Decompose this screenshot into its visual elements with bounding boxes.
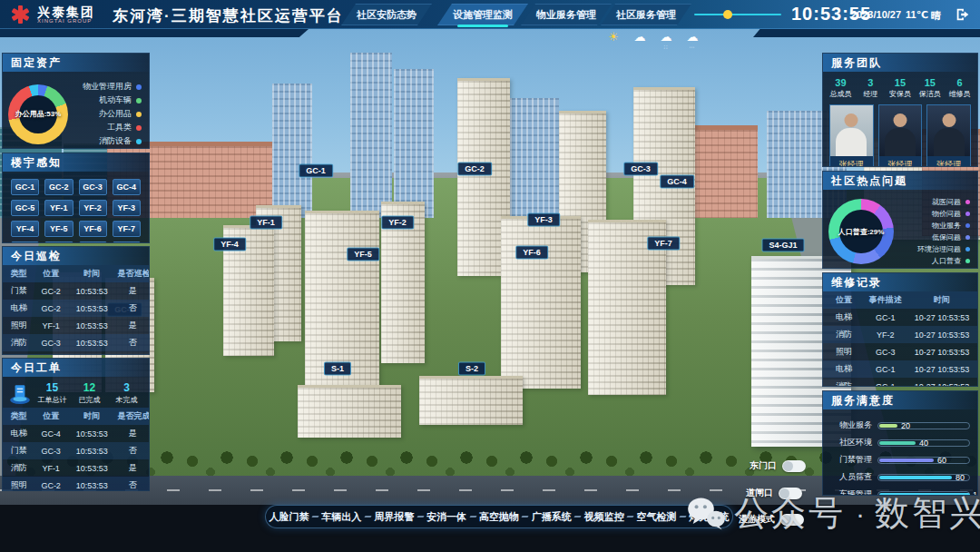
satisfaction-bar: 社区环境 40 <box>830 434 970 451</box>
panel-title: 今日工单 <box>3 359 149 377</box>
building-label[interactable]: GC-1 <box>299 164 333 178</box>
building-button[interactable]: YF-3 <box>113 200 141 216</box>
cell: 消防 <box>823 326 865 343</box>
building-button[interactable]: S-2 <box>44 242 73 243</box>
stat-value: 39 <box>826 77 856 88</box>
building-label[interactable]: GC-3 <box>623 163 658 176</box>
cell: 照明 <box>3 317 34 334</box>
nav-fire-safety[interactable]: 安消一体 <box>426 510 466 524</box>
building-button[interactable]: YF-5 <box>44 221 73 237</box>
building-button[interactable]: GC-2 <box>44 179 73 195</box>
legend-label: 办公用品 <box>99 108 132 120</box>
legend-dot <box>136 139 142 144</box>
stat-value: 6 <box>945 77 975 88</box>
building-label[interactable]: YF-3 <box>527 213 560 227</box>
cell: 电梯 <box>3 351 34 355</box>
team-stats: 39总成员 3经理 15安保员 15保洁员 6维修员 <box>823 72 977 103</box>
building-label[interactable]: GC-4 <box>660 175 694 189</box>
company-logo: 兴泰集团 XINGTAI GROUP <box>9 3 95 26</box>
nav-separator <box>469 516 476 518</box>
nav-face-access[interactable]: 人脸门禁 <box>269 510 309 524</box>
cell: 10:53:53 <box>67 317 117 334</box>
tab-community-service[interactable]: 社区服务管理 <box>601 4 691 25</box>
building-button[interactable]: S-1 <box>11 242 39 243</box>
bar-value: 40 <box>919 439 928 448</box>
member-card[interactable]: 张经理 经理 <box>926 104 971 167</box>
table-header-row: 位置 事件描述 时间 <box>823 291 977 309</box>
member-card[interactable]: 张经理 经理 <box>829 104 874 167</box>
cell: GC-3 <box>34 334 66 351</box>
nav-vehicle-access[interactable]: 车辆出入 <box>321 510 361 524</box>
time-slider[interactable] <box>694 14 781 15</box>
building-button[interactable]: S-3 <box>79 242 107 243</box>
legend-label: 物业管理用房 <box>83 81 132 93</box>
building-button[interactable]: YF-7 <box>113 221 141 237</box>
legend-item: 低保问题 <box>899 232 970 243</box>
panel-title: 固定资产 <box>3 54 149 72</box>
building-button[interactable]: YF-1 <box>44 200 73 216</box>
building-label[interactable]: YF-7 <box>647 237 680 251</box>
building-button[interactable]: YF-6 <box>79 221 107 237</box>
tab-label: 设施管理监测 <box>437 4 528 25</box>
cell: GC-1 <box>865 360 906 378</box>
table-row: 电梯GC-110-27 10:53:53 <box>823 360 977 378</box>
building-label[interactable]: YF-4 <box>213 238 246 251</box>
building-label[interactable]: YF-5 <box>347 248 379 261</box>
nav-separator <box>627 516 634 518</box>
building-button[interactable]: GC-1 <box>11 179 39 195</box>
col-header: 时间 <box>67 408 117 425</box>
exit-icon[interactable] <box>955 6 971 23</box>
toggle-switch[interactable] <box>782 460 806 472</box>
stat-label: 已完成 <box>73 395 106 405</box>
cell: 是 <box>117 351 149 355</box>
building-button[interactable]: GC-3 <box>79 179 107 195</box>
gate-toggle-east[interactable]: 东门口 <box>750 459 806 472</box>
building-button[interactable]: YF-4 <box>11 221 39 237</box>
nav-video-monitor[interactable]: 视频监控 <box>584 510 624 524</box>
tab-property-service[interactable]: 物业服务管理 <box>521 4 612 25</box>
stat-value: 3 <box>856 77 886 88</box>
building-label[interactable]: S-2 <box>458 362 485 376</box>
panel-title: 服务团队 <box>823 54 977 72</box>
nav-broadcast[interactable]: 广播系统 <box>532 510 572 524</box>
building-label[interactable]: GC-2 <box>457 163 492 176</box>
nav-separator <box>522 516 529 518</box>
panel-hot-issues: 社区热点问题 人口普查:29% 就医问题 物价问题 物业服务 低保问题 环境治理… <box>822 171 978 269</box>
cell: 10-27 10:53:53 <box>906 309 977 326</box>
building-button[interactable]: GC-4 <box>113 179 141 195</box>
cell: 是 <box>117 459 149 477</box>
building-label[interactable]: YF-2 <box>381 216 414 230</box>
tab-security-situation[interactable]: 社区安防态势 <box>341 4 432 25</box>
panel-title: 维修记录 <box>823 273 977 291</box>
legend-label: 环境治理问题 <box>917 244 961 254</box>
table-row: 消防GC-310:53:53否 <box>3 334 149 351</box>
slider-handle[interactable] <box>723 10 732 19</box>
member-card[interactable]: 张经理 经理 <box>878 104 923 167</box>
cell: 消防 <box>3 334 34 351</box>
building-label[interactable]: S-1 <box>324 362 351 376</box>
table-row: 照明GC-310-27 10:53:53 <box>823 343 977 360</box>
building-button[interactable]: S4-GJ1 <box>113 242 141 243</box>
stat-value: 15 <box>35 381 69 394</box>
legend-item: 物业服务 <box>899 220 970 232</box>
legend-label: 物价问题 <box>932 209 961 219</box>
stat-total: 15工单总计 <box>35 381 69 405</box>
table-row: 消防YF-110:53:53是 <box>3 459 149 477</box>
stat-undone: 3未完成 <box>110 381 143 405</box>
building-button[interactable]: GC-5 <box>11 200 39 216</box>
nav-high-altitude[interactable]: 高空抛物 <box>479 510 519 524</box>
nav-perimeter-alarm[interactable]: 周界报警 <box>374 510 414 524</box>
cell: 10:53:53 <box>67 300 117 317</box>
stat-done: 12已完成 <box>73 381 106 405</box>
tab-facility-monitoring[interactable]: 设施管理监测 <box>437 4 528 25</box>
building-label[interactable]: YF-1 <box>250 216 282 230</box>
building-label[interactable]: S4-GJ1 <box>761 239 804 252</box>
panel-title: 楼宇感知 <box>3 153 149 172</box>
cell: 10:53:53 <box>67 442 117 459</box>
scene-building <box>501 216 581 389</box>
bar-label: 门禁管理 <box>830 454 872 466</box>
building-label[interactable]: YF-6 <box>515 246 548 260</box>
building-button[interactable]: YF-2 <box>79 200 107 216</box>
nav-air-quality[interactable]: 空气检测 <box>637 510 677 524</box>
tab-label: 物业服务管理 <box>521 4 612 25</box>
